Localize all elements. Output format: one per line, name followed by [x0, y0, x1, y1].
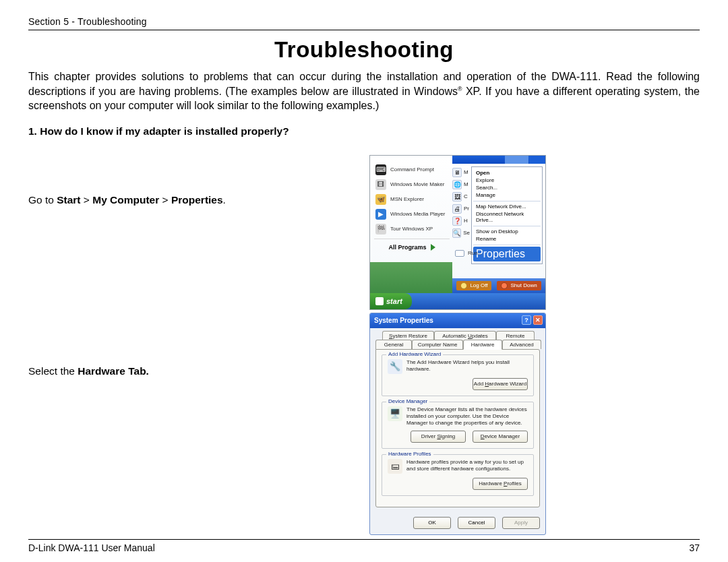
- tab-panel-hardware: Add Hardware Wizard 🔧 The Add Hardware W…: [375, 349, 540, 507]
- start-menu-item-label: Windows Media Player: [390, 211, 445, 217]
- intro-paragraph: This chapter provides solutions to probl…: [28, 69, 700, 113]
- tab-strip: System Restore Automatic Updates Remote …: [375, 331, 540, 350]
- group-hardware-profiles: Hardware Profiles 🖴 Hardware profiles pr…: [382, 454, 534, 496]
- shutdown-icon: [501, 282, 508, 289]
- start-menu-left-pane: ⌨Command Prompt🎞Windows Movie Maker🦋MSN …: [374, 162, 450, 255]
- context-menu-item[interactable]: Disconnect Network Drive...: [473, 210, 541, 224]
- shutdown-button[interactable]: Shut Down: [497, 281, 541, 290]
- context-menu-item-properties[interactable]: Properties: [473, 247, 541, 261]
- chevron-right-icon: [431, 244, 435, 251]
- place-icon: 🖼: [452, 192, 462, 201]
- context-menu-item[interactable]: Show on Desktop: [473, 228, 541, 235]
- run-item[interactable]: Run...: [455, 250, 482, 257]
- tab-automatic-updates[interactable]: Automatic Updates: [434, 331, 496, 340]
- apply-button: Apply: [502, 517, 540, 529]
- start-menu-item[interactable]: 🎞Windows Movie Maker: [374, 177, 450, 192]
- titlebar-segment: [529, 156, 545, 164]
- context-menu-item[interactable]: Explore: [473, 177, 541, 184]
- close-button[interactable]: ✕: [533, 315, 543, 325]
- start-menu-item[interactable]: ▶Windows Media Player: [374, 207, 450, 222]
- taskbar: start: [370, 293, 545, 309]
- tab-hardware[interactable]: Hardware: [463, 340, 502, 350]
- start-menu-item-label: Windows Movie Maker: [390, 181, 444, 187]
- place-icon: 🔍: [452, 228, 461, 238]
- page-number: 37: [689, 542, 700, 553]
- hardware-profiles-button[interactable]: Hardware Profiles: [473, 478, 528, 490]
- logoff-button[interactable]: Log Off: [456, 281, 491, 290]
- step-2-text: Select the Hardware Tab.: [28, 365, 345, 377]
- place-icon: 🌐: [452, 180, 462, 189]
- group-text: The Add Hardware Wizard helps you instal…: [406, 359, 528, 373]
- divider: [473, 226, 541, 226]
- dialog-title-text: System Properties: [374, 317, 433, 324]
- start-menu-item[interactable]: 🦋MSN Explorer: [374, 192, 450, 207]
- screenshot-system-properties: System Properties ? ✕ System Restore Aut…: [369, 313, 546, 535]
- device-manager-icon: 🖥️: [388, 406, 402, 421]
- section-header: Section 5 - Troubleshooting: [28, 16, 700, 27]
- tab-system-restore[interactable]: System Restore: [382, 331, 434, 340]
- driver-signing-button[interactable]: Driver Signing: [411, 431, 466, 443]
- places-item[interactable]: 🔍Se: [452, 227, 470, 239]
- screenshot-start-menu: ⌨Command Prompt🎞Windows Movie Maker🦋MSN …: [369, 155, 546, 310]
- context-menu-item[interactable]: Map Network Drive...: [473, 203, 541, 210]
- context-menu-item[interactable]: Search...: [473, 184, 541, 191]
- app-icon: ▶: [375, 209, 386, 220]
- places-item[interactable]: 🖼C: [452, 191, 470, 203]
- dialog-footer: OK Cancel Apply: [370, 513, 545, 534]
- hardware-wizard-icon: 🔧: [388, 359, 402, 374]
- ok-button[interactable]: OK: [413, 517, 451, 529]
- group-text: The Device Manager lists all the hardwar…: [406, 406, 528, 427]
- device-manager-button[interactable]: Device Manager: [473, 431, 528, 443]
- page-footer: D-Link DWA-111 User Manual 37: [28, 540, 700, 553]
- place-icon: 🖨: [452, 204, 462, 214]
- places-item[interactable]: ❓H: [452, 215, 470, 227]
- group-title: Add Hardware Wizard: [386, 351, 443, 357]
- app-icon: 🏁: [375, 224, 386, 235]
- start-menu-item[interactable]: ⌨Command Prompt: [374, 162, 450, 177]
- app-icon: ⌨: [375, 164, 386, 175]
- page-title: Troubleshooting: [28, 37, 700, 63]
- divider: [473, 245, 541, 245]
- places-item[interactable]: 🖨Pr: [452, 203, 470, 215]
- step-1-text: Go to Start > My Computer > Properties.: [28, 194, 345, 206]
- start-menu-item[interactable]: 🏁Tour Windows XP: [374, 222, 450, 237]
- start-button[interactable]: start: [370, 293, 412, 309]
- start-menu-item-label: MSN Explorer: [390, 196, 424, 202]
- places-item[interactable]: 🌐M: [452, 179, 470, 191]
- app-icon: 🦋: [375, 194, 386, 205]
- context-menu-item[interactable]: Open: [473, 169, 541, 177]
- tab-remote[interactable]: Remote: [496, 331, 535, 340]
- start-menu-footer: Log Off Shut Down: [452, 278, 545, 293]
- group-add-hardware-wizard: Add Hardware Wizard 🔧 The Add Hardware W…: [382, 354, 534, 396]
- place-icon: 🖥: [452, 168, 462, 177]
- start-menu-item-label: Command Prompt: [390, 166, 434, 173]
- tab-general[interactable]: General: [375, 340, 412, 349]
- group-title: Hardware Profiles: [386, 451, 433, 457]
- start-menu-item-label: Tour Windows XP: [390, 226, 433, 232]
- places-item[interactable]: 🖥M: [452, 166, 470, 179]
- app-icon: 🎞: [375, 179, 386, 190]
- logoff-icon: [460, 282, 467, 289]
- all-programs-item[interactable]: All Programs: [374, 240, 450, 255]
- help-button[interactable]: ?: [522, 315, 531, 325]
- tab-computer-name[interactable]: Computer Name: [412, 340, 463, 349]
- titlebar-segment: [505, 156, 528, 164]
- divider: [374, 239, 450, 239]
- cancel-button[interactable]: Cancel: [458, 517, 495, 529]
- run-label: Run...: [468, 250, 482, 256]
- windows-logo-icon: [375, 297, 384, 305]
- dialog-titlebar: System Properties ? ✕: [370, 313, 545, 328]
- run-icon: [455, 250, 464, 257]
- hardware-profiles-icon: 🖴: [388, 459, 402, 474]
- add-hardware-wizard-button[interactable]: Add Hardware Wizard: [473, 378, 528, 390]
- context-menu-item[interactable]: Rename: [473, 235, 541, 243]
- context-menu-item[interactable]: Manage: [473, 191, 541, 199]
- divider: [473, 201, 541, 201]
- footer-left: D-Link DWA-111 User Manual: [28, 542, 155, 553]
- question-1: 1. How do I know if my adapter is instal…: [28, 125, 700, 137]
- top-rule: [28, 30, 700, 30]
- place-icon: ❓: [452, 216, 462, 226]
- group-device-manager: Device Manager 🖥️ The Device Manager lis…: [382, 402, 534, 449]
- tab-advanced[interactable]: Advanced: [502, 340, 541, 349]
- group-text: Hardware profiles provide a way for you …: [406, 459, 528, 472]
